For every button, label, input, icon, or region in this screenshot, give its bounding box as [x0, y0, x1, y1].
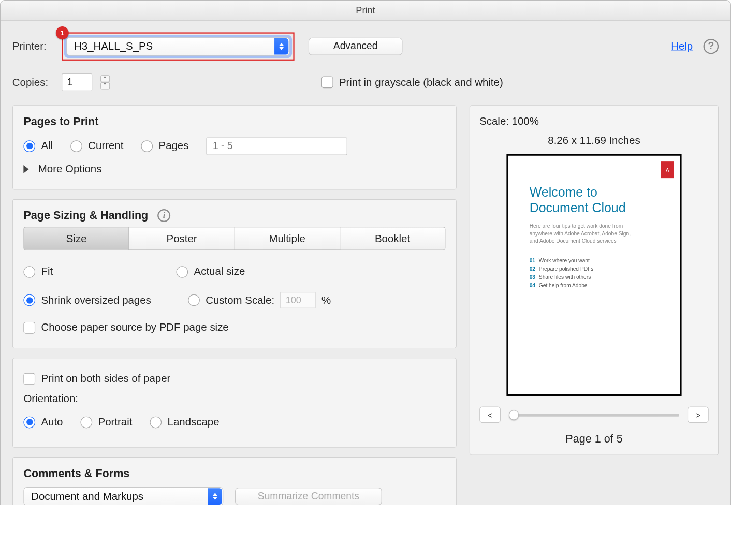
preview-subtitle: Here are four tips to get work done from…: [530, 223, 635, 245]
slider-knob-icon[interactable]: [509, 410, 519, 420]
advanced-button-label: Advanced: [333, 40, 378, 52]
orientation-landscape-radio[interactable]: [150, 416, 162, 428]
pages-current-label: Current: [88, 140, 123, 152]
both-sides-label: Print on both sides of paper: [41, 373, 170, 385]
preview-list-item: 02Prepare polished PDFs: [530, 266, 668, 272]
annotation-box-1: 1 H3_HALL_S_PS: [62, 32, 294, 60]
tab-multiple[interactable]: Multiple: [234, 227, 340, 250]
copies-label: Copies:: [12, 76, 56, 89]
pages-range-radio[interactable]: [141, 140, 153, 152]
copies-input[interactable]: [62, 73, 92, 91]
custom-scale-label: Custom Scale:: [206, 294, 274, 306]
preview-prev-button[interactable]: <: [479, 406, 501, 423]
fit-label: Fit: [41, 266, 53, 278]
advanced-button[interactable]: Advanced: [309, 38, 403, 55]
sizing-segmented-control: Size Poster Multiple Booklet: [23, 227, 445, 250]
shrink-radio[interactable]: [23, 294, 35, 306]
orientation-portrait-label: Portrait: [98, 416, 133, 429]
tab-size[interactable]: Size: [23, 227, 129, 250]
preview-list-item: 03Share files with others: [530, 274, 668, 280]
print-dialog: Print Printer: 1 H3_HALL_S_PS Advanced H…: [0, 0, 731, 505]
comments-forms-heading: Comments & Forms: [23, 467, 445, 480]
chevrons-icon: [208, 488, 222, 505]
actual-size-radio[interactable]: [177, 266, 188, 278]
printer-select[interactable]: H3_HALL_S_PS: [66, 37, 289, 56]
both-sides-checkbox[interactable]: [23, 373, 35, 385]
fit-radio[interactable]: [23, 266, 35, 278]
comments-forms-panel: Comments & Forms Document and Markups Su…: [12, 457, 457, 505]
chevron-up-icon[interactable]: ˄: [100, 75, 110, 82]
help-icon[interactable]: ?: [704, 39, 719, 54]
tab-booklet[interactable]: Booklet: [340, 227, 446, 250]
preview-list-item: 04Get help from Adobe: [530, 283, 668, 288]
page-sizing-heading: Page Sizing & Handling: [23, 209, 148, 222]
adobe-logo-icon: A: [661, 161, 674, 178]
page-preview: A Welcome to Document Cloud Here are fou…: [506, 154, 681, 396]
preview-title-line1: Welcome to: [530, 185, 597, 200]
preview-page-slider[interactable]: [509, 413, 679, 416]
info-icon[interactable]: i: [157, 209, 170, 222]
more-options-toggle[interactable]: More Options: [38, 163, 102, 175]
preview-title-line2: Document Cloud: [530, 200, 626, 215]
window-title: Print: [1, 1, 730, 21]
chevrons-icon: [274, 38, 288, 55]
printer-label: Printer:: [12, 40, 56, 53]
orientation-auto-label: Auto: [41, 416, 63, 429]
dimensions-label: 8.26 x 11.69 Inches: [479, 135, 709, 147]
percent-label: %: [321, 294, 331, 306]
page-sizing-panel: Page Sizing & Handling i Size Poster Mul…: [12, 199, 457, 348]
orientation-landscape-label: Landscape: [168, 416, 220, 429]
summarize-comments-button[interactable]: Summarize Comments: [235, 488, 382, 505]
orientation-auto-radio[interactable]: [23, 416, 35, 428]
pages-to-print-heading: Pages to Print: [23, 115, 445, 128]
orientation-portrait-radio[interactable]: [81, 416, 93, 428]
grayscale-checkbox[interactable]: [321, 77, 333, 89]
pages-all-radio[interactable]: [23, 140, 35, 152]
custom-scale-radio[interactable]: [188, 294, 200, 306]
choose-paper-source-checkbox[interactable]: [23, 321, 35, 333]
summarize-comments-label: Summarize Comments: [258, 491, 359, 503]
tab-poster[interactable]: Poster: [129, 227, 235, 250]
pages-range-label: Pages: [159, 140, 189, 152]
orientation-label: Orientation:: [23, 393, 445, 405]
custom-scale-input[interactable]: [280, 292, 315, 308]
duplex-panel: Print on both sides of paper Orientation…: [12, 358, 457, 448]
page-indicator: Page 1 of 5: [479, 432, 709, 445]
actual-size-label: Actual size: [194, 266, 245, 278]
preview-next-button[interactable]: >: [688, 406, 709, 423]
pages-to-print-panel: Pages to Print All Current Pages: [12, 105, 457, 189]
preview-list-item: 01Work where you want: [530, 258, 668, 263]
disclosure-triangle-icon[interactable]: [23, 165, 28, 173]
scale-label: Scale: 100%: [479, 115, 709, 127]
shrink-label: Shrink oversized pages: [41, 294, 151, 306]
preview-panel: Scale: 100% 8.26 x 11.69 Inches A Welcom…: [470, 105, 719, 455]
pages-range-input[interactable]: [206, 137, 347, 155]
comments-forms-select[interactable]: Document and Markups: [23, 487, 223, 505]
help-link[interactable]: Help: [671, 40, 693, 53]
comments-forms-value: Document and Markups: [31, 490, 143, 503]
pages-current-radio[interactable]: [70, 140, 82, 152]
printer-select-value: H3_HALL_S_PS: [74, 40, 153, 53]
choose-paper-source-label: Choose paper source by PDF page size: [41, 321, 228, 334]
copies-stepper[interactable]: ˄ ˅: [100, 75, 110, 89]
chevron-down-icon[interactable]: ˅: [100, 82, 110, 90]
grayscale-label: Print in grayscale (black and white): [339, 76, 503, 89]
pages-all-label: All: [41, 140, 53, 152]
annotation-badge-1: 1: [56, 26, 69, 39]
